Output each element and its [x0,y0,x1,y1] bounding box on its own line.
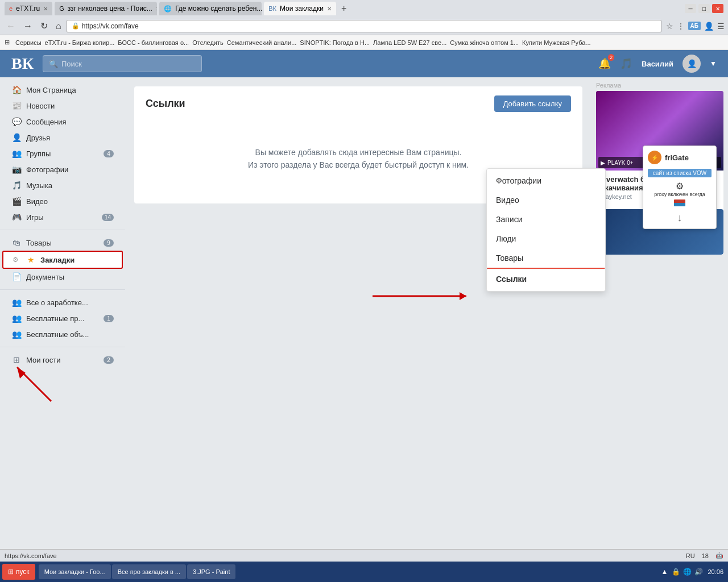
sidebar-item-video[interactable]: 🎬 Видео [2,193,123,209]
sidebar-item-guests[interactable]: ⊞ Мои гости 2 [2,352,123,368]
star-button[interactable]: ☆ [666,22,673,31]
new-tab-button[interactable]: + [338,2,349,15]
sidebar-item-goods[interactable]: 🛍 Товары 9 [2,235,123,251]
taskbar-item-3[interactable]: 3.JPG - Paint [187,564,235,579]
bookmark-bag[interactable]: Сумка жіноча оптом 1... [450,39,519,46]
tab-where[interactable]: 🌐 Где можно сделать ребен... ✕ [159,2,262,15]
tab-bookmarks[interactable]: ВК Мои закладки ✕ [264,2,336,15]
sidebar-label-freeads: Бесплатные объ... [26,330,89,339]
gear-icon: ⚙ [13,256,19,264]
tab-close2[interactable]: ✕ [156,6,157,12]
abp-icon: АБ [688,22,701,30]
play-icon: ▶ [601,160,605,166]
sidebar-item-freeads[interactable]: 👥 Бесплатные объ... [2,326,123,342]
taskbar-time: 20:06 [708,568,723,575]
messages-icon: 💬 [11,117,22,127]
dropdown-links[interactable]: Ссылки [487,269,605,289]
taskbar-icon-1: ▲ [660,567,669,576]
start-label: пуск [16,568,30,576]
sidebar-item-freeprod[interactable]: 👥 Бесплатные пр... 1 [2,310,123,326]
bookmarks-dropdown: Фотографии Видео Записи Люди Товары Ссыл… [486,168,606,292]
bookmark-semantic[interactable]: Семантический анали... [227,39,297,46]
status-url: https://vk.com/fave [5,552,686,559]
sidebar-item-music[interactable]: 🎵 Музыка [2,177,123,193]
bookmark-shirt[interactable]: Купити Мужская Руба... [522,39,591,46]
sidebar-item-friends[interactable]: 👤 Друзья [2,130,123,146]
bookmark-etxt[interactable]: eTXT.ru - Биржа копир... [45,39,115,46]
menu-button[interactable]: ☰ [717,22,725,31]
tab-close[interactable]: ✕ [43,6,48,12]
bookmark-boss[interactable]: БОСС - биллинговая о... [118,39,189,46]
sidebar-item-games[interactable]: 🎮 Игры 14 [2,209,123,225]
add-link-button[interactable]: Добавить ссылку [494,95,571,112]
groups-badge: 4 [104,150,114,157]
sidebar-item-messages[interactable]: 💬 Сообщения [2,114,123,130]
maximize-button[interactable]: □ [698,4,710,13]
taskbar-item-2[interactable]: Все про закладки в ... [112,564,186,579]
sidebar-item-bookmarks[interactable]: ⚙ ★ Закладки [2,251,123,269]
taskbar-clock: 20:06 [708,568,723,575]
empty-text-1: Вы можете добавлять сюда интересные Вам … [157,146,560,159]
bookmark-list-button[interactable]: ⋮ [677,22,685,31]
bookmark-lamp[interactable]: Лампа LED 5W E27 све... [373,39,446,46]
dropdown-video[interactable]: Видео [487,190,605,210]
tab-close4[interactable]: ✕ [327,6,332,12]
sidebar-section-guests: ⊞ Мои гости 2 [0,347,125,368]
sidebar-item-news[interactable]: 📰 Новости [2,98,123,114]
search-placeholder: Поиск [61,60,82,68]
notification-badge: 2 [608,54,614,61]
status-right: RU 18 🤖 [686,552,723,559]
bookmark-track[interactable]: Отследить [192,39,224,46]
minimize-button[interactable]: ─ [685,4,696,13]
taskbar-item-1[interactable]: Мои закладки - Гоо... [39,564,111,579]
vk-nav-right: 🔔 2 🎵 Василий 👤 ▼ [598,55,717,73]
back-button[interactable]: ← [3,20,18,32]
bookmark-services[interactable]: Сервисы [15,39,42,46]
ad-label: Реклама [596,82,723,89]
status-bar: https://vk.com/fave RU 18 🤖 [0,549,728,562]
sidebar-label-docs: Документы [26,273,64,281]
locale-label: RU [686,552,695,559]
start-button[interactable]: ⊞ пуск [2,564,35,580]
tab-search[interactable]: G ззг николаев цена - Поис... ✕ [55,2,157,15]
status-number: 18 [702,552,709,559]
video-icon: 🎬 [11,196,22,206]
home-button[interactable]: ⌂ [53,20,64,32]
games-badge: 14 [102,214,114,221]
windows-icon: ⊞ [8,568,14,576]
browser-frame: e eTXT.ru ✕ G ззг николаев цена - Поис..… [0,0,728,582]
sidebar-label-guests: Мои гости [26,356,60,364]
music-button[interactable]: 🎵 [620,57,632,70]
sidebar-item-mypage[interactable]: 🏠 Моя Страница [2,82,123,98]
freeads-icon: 👥 [11,329,22,339]
ad-play-label: PLAYK 0+ [607,160,634,166]
proxy-label: proxy включен всегда [654,192,705,197]
forward-button[interactable]: → [20,20,35,32]
tab-favicon3: 🌐 [164,5,172,13]
vk-search-bar[interactable]: 🔍 Поиск [43,55,202,72]
sidebar-item-photos[interactable]: 📷 Фотографии [2,161,123,177]
tab-label4: Мои закладки [280,5,324,13]
close-button[interactable]: ✕ [712,4,723,13]
address-text: https://vk.com/fave [82,22,139,30]
music-icon: 🎵 [11,180,22,190]
user-button[interactable]: 👤 [704,22,714,31]
dropdown-posts[interactable]: Записи [487,210,605,229]
reload-button[interactable]: ↻ [38,19,51,32]
bookmark-sinoptik[interactable]: SINOPTIK: Погода в Н... [300,39,370,46]
address-bar[interactable]: 🔒 https://vk.com/fave [67,20,661,32]
sidebar-item-groups[interactable]: 👥 Группы 4 [2,146,123,161]
dropdown-photos[interactable]: Фотографии [487,171,605,190]
dropdown-people[interactable]: Люди [487,229,605,248]
avatar[interactable]: 👤 [682,55,701,73]
apps-button[interactable]: ⊞ [5,39,10,46]
notifications-button[interactable]: 🔔 2 [598,57,611,70]
avatar-dropdown-icon[interactable]: ▼ [710,60,717,68]
frigate-header: ⚡ friGate [648,151,712,164]
sidebar-item-docs[interactable]: 📄 Документы [2,269,123,285]
sidebar-item-earnings[interactable]: 👥 Все о заработке... [2,294,123,310]
vk-logo[interactable]: ВК [11,55,34,73]
nav-bar: ← → ↻ ⌂ 🔒 https://vk.com/fave ☆ ⋮ АБ 👤 ☰ [0,17,728,35]
tab-etxt[interactable]: e eTXT.ru ✕ [5,2,52,15]
dropdown-goods[interactable]: Товары [487,248,605,268]
